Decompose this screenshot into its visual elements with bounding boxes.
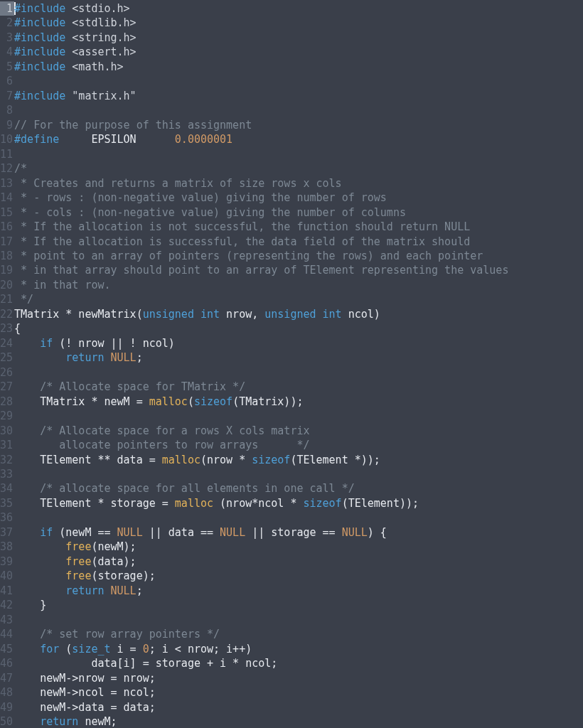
code-line[interactable]: newM->data = data; [14,700,583,714]
token-cmt: * If the allocation is successful, the d… [14,235,470,248]
code-line[interactable]: } [14,598,583,612]
code-line[interactable]: newM->nrow = nrow; [14,671,583,685]
token-plain: TMatrix * newMatrix( [14,308,143,321]
token-type: unsigned int [264,308,341,321]
code-area[interactable]: #include <stdio.h>#include <stdlib.h>#in… [14,0,583,728]
line-number: 50 [0,714,14,728]
code-line[interactable]: for (size_t i = 0; i < nrow; i++) [14,642,583,656]
code-line[interactable]: TElement * storage = malloc (nrow*ncol *… [14,496,583,510]
token-num: 0 [143,643,149,655]
token-plain: TMatrix * newM = [14,395,149,408]
line-number: 22 [0,307,14,321]
token-kw: #include [14,90,72,102]
code-line[interactable]: TMatrix * newMatrix(unsigned int nrow, u… [14,307,583,321]
code-line[interactable]: free(data); [14,555,583,569]
code-line[interactable]: * in that row. [14,278,583,292]
code-editor[interactable]: 1234567891011121314151617181920212223242… [0,0,583,728]
line-number: 49 [0,700,14,714]
token-kw: #include [14,31,72,44]
line-number: 48 [0,685,14,700]
line-number: 27 [0,380,14,394]
code-line[interactable]: */ [14,292,583,306]
code-line[interactable]: return NULL; [14,584,583,598]
token-kw: for [40,643,59,655]
code-line[interactable]: /* [14,161,583,176]
code-line[interactable]: #include "matrix.h" [14,89,583,103]
token-plain: EPSILON [59,133,175,146]
code-line[interactable]: /* allocate space for all elements in on… [14,481,583,496]
code-line[interactable]: /* set row array pointers */ [14,627,583,641]
code-line[interactable]: allocate pointers to row arrays */ [14,438,583,452]
code-line[interactable]: * - cols : (non-negative value) giving t… [14,205,583,220]
token-plain [14,424,40,437]
code-line[interactable]: { [14,321,583,336]
code-line[interactable]: free(newM); [14,540,583,554]
code-line[interactable]: * Creates and returns a matrix of size r… [14,176,583,191]
token-fn: free [65,569,91,582]
code-line[interactable] [14,409,583,423]
token-plain [14,482,40,495]
code-line[interactable]: * in that array should point to an array… [14,263,583,277]
code-line[interactable]: #define EPSILON 0.0000001 [14,132,583,146]
code-line[interactable]: #include <string.h> [14,31,583,45]
line-number: 43 [0,613,14,627]
code-line[interactable]: /* Allocate space for TMatrix */ [14,380,583,394]
code-line[interactable] [14,467,583,481]
code-line[interactable]: /* Allocate space for a rows X cols matr… [14,424,583,438]
token-cmt: */ [14,293,33,306]
code-line[interactable]: TElement ** data = malloc(nrow * sizeof(… [14,453,583,467]
token-cmt: /* Allocate space for TMatrix */ [40,380,245,393]
token-plain: nrow, [220,308,264,321]
line-number: 23 [0,321,14,336]
line-number: 4 [0,45,14,59]
code-line[interactable]: * If the allocation is successful, the d… [14,235,583,249]
token-plain [105,584,111,597]
token-plain: i = [111,643,143,655]
token-plain: ( [59,643,72,655]
code-line[interactable]: free(storage); [14,569,583,583]
code-line[interactable]: * - rows : (non-negative value) giving t… [14,191,583,205]
line-number: 41 [0,584,14,598]
code-line[interactable]: if (! nrow || ! ncol) [14,336,583,350]
token-plain: newM->data = data; [14,701,156,714]
code-line[interactable]: if (newM == NULL || data == NULL || stor… [14,525,583,540]
code-line[interactable]: #include <stdlib.h> [14,16,583,30]
code-line[interactable]: #include <assert.h> [14,45,583,59]
code-line[interactable]: data[i] = storage + i * ncol; [14,656,583,670]
code-line[interactable]: return newM; [14,714,583,728]
token-cmt: * in that array should point to an array… [14,264,508,277]
token-plain [14,380,40,393]
code-line[interactable]: #include <stdio.h> [14,1,583,16]
code-line[interactable] [14,147,583,161]
code-line[interactable]: * point to an array of pointers (represe… [14,249,583,263]
token-plain [14,337,40,350]
line-number: 19 [0,263,14,277]
code-line[interactable]: newM->ncol = ncol; [14,685,583,700]
code-line[interactable]: * If the allocation is not successful, t… [14,220,583,234]
line-number: 14 [0,191,14,205]
token-plain: newM->ncol = ncol; [14,686,156,699]
code-line[interactable] [14,74,583,88]
code-line[interactable] [14,103,583,117]
token-plain: ( [188,395,194,408]
line-number: 39 [0,555,14,569]
line-number: 28 [0,395,14,409]
code-line[interactable] [14,365,583,380]
code-line[interactable]: return NULL; [14,350,583,365]
code-line[interactable]: #include <math.h> [14,60,583,74]
token-plain: (data); [91,555,136,568]
token-plain: (TMatrix)); [232,395,303,408]
line-number: 13 [0,176,14,191]
code-line[interactable] [14,613,583,627]
line-number: 46 [0,656,14,670]
code-line[interactable]: TMatrix * newM = malloc(sizeof(TMatrix))… [14,395,583,409]
token-type: size_t [72,643,110,655]
token-kw: sizeof [194,395,232,408]
token-plain: ncol) [342,308,380,321]
token-plain [14,643,40,655]
code-line[interactable]: // For the purpose of this assignment [14,118,583,132]
line-number: 29 [0,409,14,423]
token-plain: newM; [78,715,117,728]
token-plain: ; i < nrow; i++) [149,643,252,655]
code-line[interactable] [14,510,583,525]
